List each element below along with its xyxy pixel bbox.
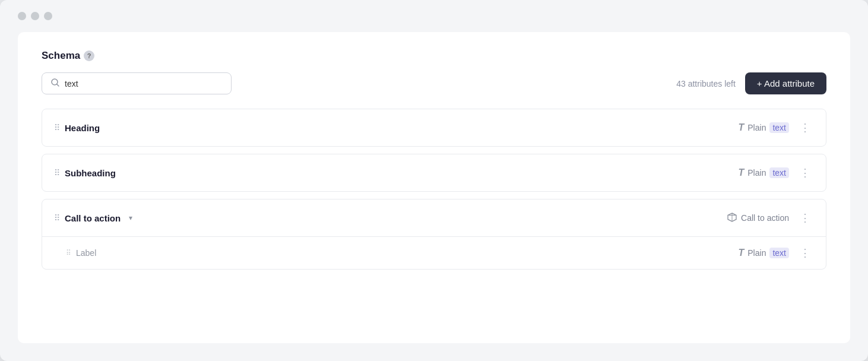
search-input[interactable] — [65, 79, 223, 88]
svg-line-1 — [57, 84, 59, 87]
search-box[interactable] — [42, 72, 232, 94]
heading-type-highlight: text — [769, 122, 789, 133]
cta-type-tag: Call to action — [727, 212, 789, 224]
heading-type-plain: Plain — [747, 123, 766, 132]
app-window: Schema ? 43 attributes left + Add attrib… — [0, 0, 868, 361]
row-heading: ⠿ Heading T Plain text ⋮ — [42, 109, 826, 147]
cta-child-left: ⠿ Label — [66, 248, 96, 258]
cta-child-right: T Plain text ⋮ — [739, 245, 815, 261]
row-heading-right: T Plain text ⋮ — [739, 120, 815, 135]
row-heading-main: ⠿ Heading T Plain text ⋮ — [42, 109, 826, 146]
text-type-icon-subheading: T — [739, 167, 745, 178]
row-subheading-main: ⠿ Subheading T Plain text ⋮ — [42, 154, 826, 191]
drag-handle-subheading[interactable]: ⠿ — [54, 168, 59, 178]
window-dot-1 — [18, 12, 26, 20]
more-menu-heading[interactable]: ⋮ — [796, 120, 814, 135]
row-subheading-right: T Plain text ⋮ — [739, 165, 815, 180]
cta-label: Call to action — [65, 213, 121, 223]
drag-handle-label[interactable]: ⠿ — [66, 249, 70, 257]
label-type-plain: Plain — [747, 248, 766, 258]
row-heading-left: ⠿ Heading — [54, 123, 100, 133]
drag-handle-heading[interactable]: ⠿ — [54, 123, 59, 132]
cube-icon-cta — [727, 212, 737, 224]
attributes-left-label: 43 attributes left — [676, 79, 736, 88]
window-dot-2 — [31, 12, 39, 20]
add-attribute-button[interactable]: + Add attribute — [745, 72, 826, 94]
window-dot-3 — [44, 12, 52, 20]
row-cta-child-label: ⠿ Label T Plain text ⋮ — [42, 237, 826, 269]
heading-label: Heading — [65, 123, 100, 133]
heading-type-tag: T Plain text — [739, 122, 790, 133]
row-subheading: ⠿ Subheading T Plain text ⋮ — [42, 154, 826, 192]
schema-title: Schema — [42, 50, 80, 62]
help-icon[interactable]: ? — [84, 50, 94, 61]
cta-type-plain: Call to action — [741, 213, 789, 223]
subheading-type-highlight: text — [769, 167, 789, 178]
more-menu-cta[interactable]: ⋮ — [796, 210, 814, 226]
search-icon — [50, 78, 60, 89]
row-cta-left: ⠿ Call to action ▾ — [54, 213, 132, 223]
label-type-highlight: text — [769, 248, 789, 258]
subheading-label: Subheading — [65, 168, 116, 178]
schema-header: Schema ? — [42, 50, 826, 62]
label-type-tag: T Plain text — [739, 248, 790, 258]
toolbar: 43 attributes left + Add attribute — [42, 72, 826, 94]
text-type-icon-label: T — [739, 248, 745, 258]
more-menu-subheading[interactable]: ⋮ — [796, 165, 814, 180]
drag-handle-cta[interactable]: ⠿ — [54, 213, 59, 223]
chevron-down-icon-cta[interactable]: ▾ — [129, 214, 132, 222]
subheading-type-tag: T Plain text — [739, 167, 790, 178]
more-menu-label[interactable]: ⋮ — [796, 245, 814, 261]
content-area: Schema ? 43 attributes left + Add attrib… — [18, 32, 850, 343]
rows-area: ⠿ Heading T Plain text ⋮ — [42, 109, 826, 270]
text-type-icon-heading: T — [739, 122, 745, 133]
row-subheading-left: ⠿ Subheading — [54, 168, 116, 178]
row-cta-main: ⠿ Call to action ▾ — [42, 200, 826, 236]
window-controls — [18, 12, 850, 20]
row-call-to-action: ⠿ Call to action ▾ — [42, 199, 826, 270]
toolbar-right: 43 attributes left + Add attribute — [676, 72, 826, 94]
row-cta-right: Call to action ⋮ — [727, 210, 814, 226]
subheading-type-plain: Plain — [747, 168, 766, 178]
label-child-label: Label — [76, 248, 96, 258]
